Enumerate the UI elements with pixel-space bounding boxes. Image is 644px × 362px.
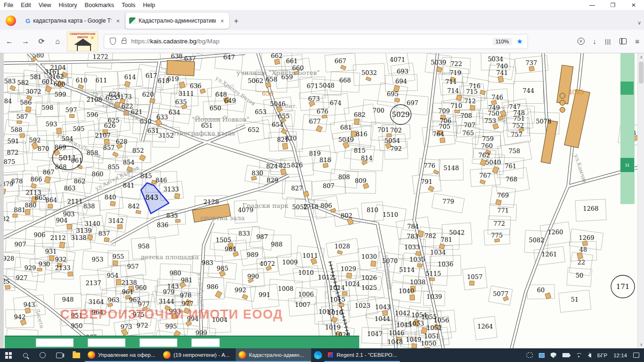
library-icon[interactable]: ||| bbox=[605, 38, 611, 45]
kais-favicon bbox=[129, 17, 136, 24]
parcel-number: 1268 bbox=[583, 205, 598, 212]
building bbox=[470, 281, 474, 285]
menu-bookmarks[interactable]: Bookmarks bbox=[81, 2, 118, 8]
parcel-number: 5032 bbox=[361, 69, 377, 76]
forward-button[interactable]: → bbox=[19, 35, 32, 48]
parcel-number: 862 bbox=[74, 178, 86, 185]
parcel-number: 867 bbox=[43, 169, 55, 176]
parcel-number: 816 bbox=[356, 131, 368, 138]
building bbox=[415, 251, 421, 256]
home-button[interactable]: ⌂ bbox=[51, 35, 64, 48]
taskbar-app-firefox-3-active[interactable]: Кадастрално-админ... bbox=[236, 348, 311, 362]
clock[interactable]: 12:14 bbox=[613, 353, 627, 358]
place-name: етнографска къща bbox=[173, 129, 235, 137]
parcel-number: 2138 bbox=[121, 279, 137, 286]
tab-kais-map[interactable]: Кадастрално-административн × bbox=[125, 13, 229, 29]
vertical-scrollbar[interactable]: ∧ ∨ bbox=[637, 53, 644, 348]
parcel-number: 866 bbox=[31, 176, 42, 183]
coordinate-field[interactable] bbox=[88, 338, 125, 347]
building bbox=[116, 279, 121, 285]
back-button[interactable]: ← bbox=[3, 35, 16, 48]
parcel-number: 1016 bbox=[327, 309, 343, 316]
menu-edit[interactable]: Edit bbox=[17, 2, 35, 8]
parcel-number: 826 bbox=[291, 162, 303, 169]
notification-center-icon[interactable] bbox=[633, 353, 639, 358]
parcel-number: 737 bbox=[526, 59, 537, 66]
app-label: (19 непрочетени) - А... bbox=[173, 352, 230, 358]
menu-view[interactable]: View bbox=[35, 2, 55, 8]
parcel-number: 661 bbox=[286, 58, 298, 65]
wifi-tray-icon[interactable] bbox=[576, 353, 582, 358]
search-button[interactable] bbox=[17, 348, 34, 362]
cadastre-map-viewport[interactable]: 5801272210431613162581583582601600610611… bbox=[0, 53, 644, 348]
lock-icon bbox=[122, 40, 126, 44]
pocket-icon[interactable]: ∨ bbox=[578, 38, 585, 45]
cortana-button[interactable] bbox=[34, 348, 51, 362]
new-tab-button[interactable]: + bbox=[234, 16, 239, 26]
minimize-button[interactable]: — bbox=[582, 0, 603, 10]
parcel-number: 929 bbox=[25, 264, 36, 272]
tracking-shield-icon[interactable] bbox=[110, 38, 116, 45]
language-indicator[interactable]: БГР bbox=[597, 353, 607, 358]
coordinate-field[interactable] bbox=[191, 338, 220, 347]
tab-close-icon[interactable]: × bbox=[115, 17, 121, 25]
downloads-icon[interactable]: ↓ bbox=[593, 37, 597, 45]
parcel-number: 854 bbox=[123, 159, 135, 166]
taskbar-app-edge[interactable] bbox=[311, 348, 324, 362]
volume-tray-icon[interactable] bbox=[588, 353, 591, 358]
tab-close-icon[interactable]: × bbox=[219, 17, 225, 25]
tab-list-chevron-icon[interactable]: ∨ bbox=[637, 20, 641, 26]
parcel-number: 1046 bbox=[388, 329, 404, 337]
taskbar-app-firefox-1[interactable]: Управление на офер... bbox=[85, 348, 160, 362]
parcel-number: 5054 bbox=[384, 137, 400, 144]
pan-left-arrow[interactable]: ‹ bbox=[0, 181, 2, 189]
reload-button[interactable]: ⟳ bbox=[35, 35, 48, 48]
url-bar[interactable]: https://kais.cadastre.bg/bg/Map 110% ★ bbox=[104, 34, 528, 49]
parcel-number: 635 bbox=[175, 99, 187, 106]
taskbar-app-regent[interactable]: Regent 2.1 - "СЕВЕРО... bbox=[324, 348, 400, 362]
scrollbar-thumb[interactable] bbox=[639, 62, 644, 83]
battery-tray-icon[interactable] bbox=[562, 353, 570, 357]
close-button[interactable]: ✕ bbox=[623, 0, 644, 10]
restore-button[interactable]: ❐ bbox=[603, 0, 623, 10]
file-explorer-button[interactable] bbox=[68, 348, 85, 362]
parcel-number: 711 bbox=[446, 78, 457, 85]
bookmark-star-icon[interactable]: ★ bbox=[517, 37, 523, 46]
sidebar-icon[interactable] bbox=[619, 38, 627, 44]
coordinate-field[interactable] bbox=[36, 338, 74, 347]
parcel-number: 880 bbox=[25, 202, 37, 209]
place-name: Градски парк bbox=[242, 202, 289, 209]
parcel-number: 1014 bbox=[329, 284, 345, 291]
app-label: Regent 2.1 - "СЕВЕРО... bbox=[337, 352, 397, 358]
scroll-down-arrow[interactable]: ∨ bbox=[640, 342, 643, 347]
hamburger-menu-icon[interactable]: ≡ bbox=[635, 37, 639, 45]
task-view-button[interactable] bbox=[51, 348, 68, 362]
menu-history[interactable]: History bbox=[55, 2, 81, 8]
snip-tray-icon[interactable] bbox=[527, 353, 533, 358]
parcel-number: 638 bbox=[171, 53, 183, 60]
parcel-number: 767 bbox=[479, 172, 491, 179]
taskbar-app-firefox-2[interactable]: (19 непрочетени) - А... bbox=[160, 348, 236, 362]
menu-help[interactable]: Help bbox=[139, 2, 159, 8]
parcel-number: 677 bbox=[309, 118, 321, 125]
coordinate-field[interactable] bbox=[140, 338, 177, 347]
cadastre-map[interactable]: 5801272210431613162581583582601600610611… bbox=[0, 53, 644, 348]
scroll-up-arrow[interactable]: ∧ bbox=[640, 55, 643, 59]
tab-google-search[interactable]: G кадастрална карта - Google Tъ × bbox=[22, 13, 125, 29]
parcel-number: 819 bbox=[309, 150, 321, 157]
parcel-number: 596 bbox=[87, 111, 99, 118]
zoom-level-badge[interactable]: 110% bbox=[493, 38, 512, 45]
parcel-number: 1010 bbox=[298, 269, 314, 276]
parcel-number: 5040 bbox=[485, 159, 501, 166]
defender-tray-icon[interactable] bbox=[551, 353, 556, 358]
parcel-number: 707 bbox=[464, 122, 476, 129]
menu-tools[interactable]: Tools bbox=[118, 2, 139, 8]
parcel-number: 980 bbox=[170, 270, 182, 277]
start-button[interactable] bbox=[0, 348, 17, 362]
firefox-icon bbox=[239, 351, 246, 359]
display-tray-icon[interactable] bbox=[539, 353, 545, 358]
parcel-number: 3164 bbox=[88, 298, 104, 305]
parcel-number: 709 bbox=[438, 107, 450, 115]
building bbox=[410, 295, 415, 300]
menu-file[interactable]: File bbox=[0, 2, 17, 8]
